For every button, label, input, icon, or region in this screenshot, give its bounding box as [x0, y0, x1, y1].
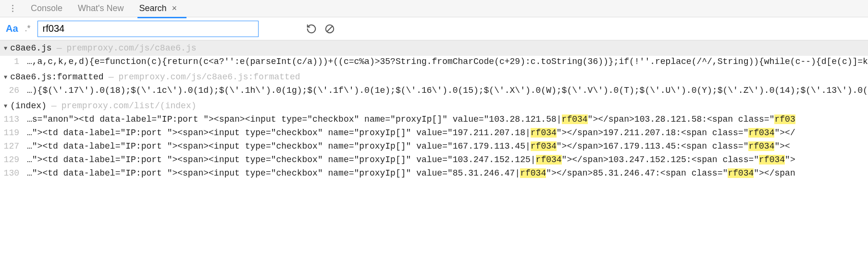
- clear-icon[interactable]: [324, 23, 335, 35]
- match-highlight: rf034: [531, 128, 557, 138]
- search-toolbar: Aa .*: [0, 17, 868, 40]
- file-path: premproxy.com/js/c8ae6.js:formatted: [118, 72, 300, 82]
- search-input[interactable]: [37, 21, 259, 37]
- file-name: c8ae6.js:formatted: [10, 72, 103, 82]
- match-code: …"><td data-label="IP:port "><span><inpu…: [27, 168, 795, 178]
- more-menu-icon[interactable]: [9, 4, 16, 13]
- file-path: premproxy.com/list/(index): [62, 101, 197, 111]
- tab-whats-new[interactable]: What's New: [77, 0, 124, 16]
- match-row[interactable]: 130…"><td data-label="IP:port "><span><i…: [0, 167, 868, 181]
- match-highlight: rf03: [774, 114, 795, 124]
- match-highlight: rf034: [748, 141, 774, 151]
- match-highlight: rf034: [562, 114, 588, 124]
- file-header[interactable]: ▼c8ae6.js:formatted—premproxy.com/js/c8a…: [0, 69, 868, 85]
- match-highlight: rf034: [520, 168, 546, 178]
- file-header[interactable]: ▼(index)—premproxy.com/list/(index): [0, 98, 868, 114]
- line-number: 130: [0, 168, 27, 178]
- line-number: 1: [0, 57, 27, 66]
- regex-toggle[interactable]: .*: [25, 24, 31, 34]
- close-icon[interactable]: ×: [172, 3, 177, 13]
- tab-search[interactable]: Search ×: [138, 0, 178, 16]
- line-number: 129: [0, 155, 27, 165]
- match-row[interactable]: 119…"><td data-label="IP:port "><span><i…: [0, 127, 868, 140]
- line-number: 26: [0, 86, 27, 95]
- line-number: 119: [0, 128, 27, 138]
- tab-search-label: Search: [139, 3, 167, 13]
- line-number: 127: [0, 141, 27, 151]
- file-header[interactable]: ▼c8ae6.js—premproxy.com/js/c8ae6.js: [0, 40, 868, 56]
- match-highlight: rf034: [759, 155, 785, 165]
- file-name: c8ae6.js: [10, 43, 51, 53]
- match-case-toggle[interactable]: Aa: [6, 23, 18, 34]
- disclosure-triangle-icon: ▼: [4, 74, 7, 81]
- match-code: …,a,c,k,e,d){e=function(c){return(c<a?''…: [27, 57, 868, 66]
- drawer-tabbar: Console What's New Search ×: [0, 0, 868, 17]
- disclosure-triangle-icon: ▼: [4, 103, 7, 110]
- match-code: …"><td data-label="IP:port "><span><inpu…: [27, 155, 795, 165]
- disclosure-triangle-icon: ▼: [4, 45, 7, 52]
- line-number: 113: [0, 114, 27, 124]
- match-highlight: rf034: [536, 155, 562, 165]
- match-row[interactable]: 26…){$(\'.17\').0(18);$(\'.1c\').0(1d);$…: [0, 85, 868, 98]
- match-code: …s="anon"><td data-label="IP:port "><spa…: [27, 114, 795, 124]
- match-row[interactable]: 1…,a,c,k,e,d){e=function(c){return(c<a?'…: [0, 56, 868, 69]
- match-highlight: rf034: [531, 141, 557, 151]
- match-highlight: rf034: [748, 128, 774, 138]
- file-name: (index): [10, 101, 47, 111]
- tab-console[interactable]: Console: [30, 0, 63, 16]
- match-code: …"><td data-label="IP:port "><span><inpu…: [27, 128, 795, 138]
- svg-line-1: [327, 26, 332, 31]
- match-row[interactable]: 113…s="anon"><td data-label="IP:port "><…: [0, 114, 868, 127]
- match-code: …){$(\'.17\').0(18);$(\'.1c\').0(1d);$(\…: [27, 86, 868, 95]
- match-row[interactable]: 127…"><td data-label="IP:port "><span><i…: [0, 140, 868, 154]
- match-code: …"><td data-label="IP:port "><span><inpu…: [27, 141, 790, 151]
- file-path: premproxy.com/js/c8ae6.js: [66, 43, 196, 53]
- match-row[interactable]: 129…"><td data-label="IP:port "><span><i…: [0, 154, 868, 167]
- search-results: ▼c8ae6.js—premproxy.com/js/c8ae6.js1…,a,…: [0, 40, 868, 181]
- match-highlight: rf034: [728, 168, 754, 178]
- refresh-icon[interactable]: [306, 23, 317, 35]
